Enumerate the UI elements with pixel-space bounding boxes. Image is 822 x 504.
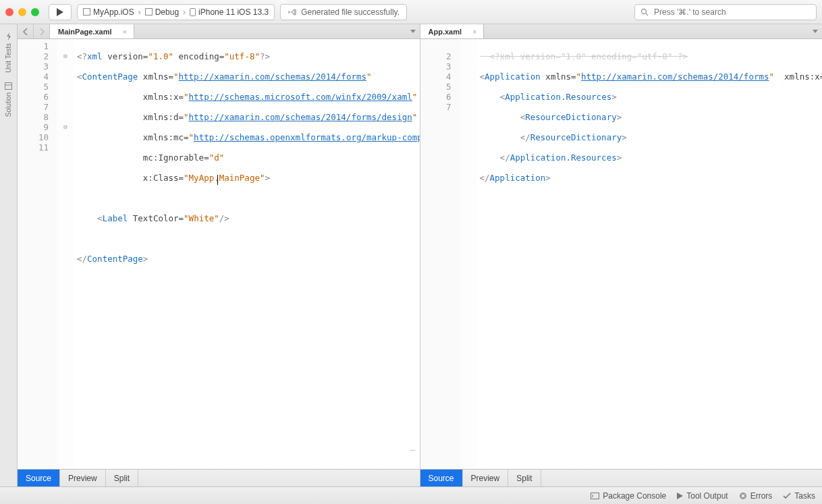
- fold-toggle[interactable]: ⊟: [57, 51, 74, 61]
- line-number-gutter: 2 3 4 5 6 7: [420, 39, 460, 469]
- window-controls: [5, 8, 39, 16]
- breadcrumb-device[interactable]: iPhone 11 iOS 13.3: [190, 7, 269, 17]
- lightning-icon: [5, 32, 12, 40]
- view-tab-preview[interactable]: Preview: [463, 470, 509, 486]
- fold-toggle[interactable]: ⊟: [57, 122, 74, 132]
- build-status: Generated file successfully.: [280, 4, 407, 20]
- global-search[interactable]: [634, 4, 817, 20]
- line-number: 1: [18, 41, 54, 51]
- line-number: 3: [18, 61, 54, 72]
- line-number: 6: [18, 92, 54, 102]
- global-search-input[interactable]: [653, 7, 811, 18]
- titlebar: MyApp.iOS › Debug › iPhone 11 iOS 13.3 G…: [0, 0, 822, 24]
- view-tab-preview[interactable]: Preview: [60, 470, 106, 486]
- project-icon: [83, 8, 90, 16]
- view-tab-source[interactable]: Source: [420, 470, 463, 486]
- breadcrumb-config[interactable]: Debug: [145, 7, 179, 17]
- line-number: 6: [420, 92, 457, 102]
- status-label: Tasks: [794, 491, 815, 501]
- close-window-button[interactable]: [5, 8, 13, 16]
- sidebar-item-label: Unit Tests: [5, 43, 12, 73]
- check-icon: [783, 493, 791, 499]
- vs-logo-icon: [287, 7, 297, 17]
- run-target-breadcrumb[interactable]: MyApp.iOS › Debug › iPhone 11 iOS 13.3: [77, 4, 275, 20]
- breadcrumb-config-label: Debug: [155, 7, 179, 17]
- view-tab-split[interactable]: Split: [508, 470, 541, 486]
- breadcrumb-sep-icon: ›: [138, 7, 141, 17]
- sidebar-item-label: Solution: [5, 92, 12, 117]
- tab-close-icon[interactable]: ×: [472, 28, 476, 36]
- code-content[interactable]: <?xml version="1.0" encoding="utf-8"?> <…: [74, 39, 420, 469]
- build-status-text: Generated file successfully.: [301, 7, 400, 17]
- maximize-window-button[interactable]: [31, 8, 39, 16]
- scroll-stub-icon: —: [410, 445, 418, 449]
- line-number: 9: [18, 122, 54, 132]
- code-area[interactable]: 2 3 4 5 6 7 <?xml version="1.0" encoding…: [420, 39, 823, 469]
- main-body: Unit Tests Solution MainPage.xaml ×: [0, 24, 822, 486]
- code-area[interactable]: 1 2 3 4 5 6 7 8 9 10 11 ⊟: [18, 39, 420, 469]
- tab-title: App.xaml: [429, 28, 462, 36]
- tab-row: MainPage.xaml ×: [18, 24, 420, 39]
- sidebar-item-unit-tests[interactable]: Unit Tests: [5, 28, 12, 77]
- line-number: 11: [18, 142, 54, 152]
- line-number: 2: [18, 51, 54, 61]
- svg-point-3: [642, 9, 647, 13]
- svg-rect-7: [591, 493, 599, 499]
- view-tab-split[interactable]: Split: [106, 470, 138, 486]
- line-number: 7: [18, 102, 54, 112]
- fold-column: [460, 39, 477, 469]
- search-icon: [640, 8, 649, 16]
- line-number: 8: [18, 112, 54, 122]
- console-icon: [591, 493, 599, 499]
- line-number: 2: [420, 51, 457, 61]
- app-window: MyApp.iOS › Debug › iPhone 11 iOS 13.3 G…: [0, 0, 822, 504]
- line-number: 5: [18, 82, 54, 92]
- svg-rect-1: [145, 9, 152, 16]
- status-tasks[interactable]: Tasks: [783, 491, 815, 501]
- breadcrumb-device-label: iPhone 11 iOS 13.3: [198, 7, 269, 17]
- line-number: 3: [420, 61, 457, 72]
- breadcrumb-project-label: MyApp.iOS: [93, 7, 134, 17]
- tab-appxaml[interactable]: App.xaml ×: [420, 24, 485, 38]
- line-number-gutter: 1 2 3 4 5 6 7 8 9 10 11: [18, 39, 57, 469]
- svg-line-4: [646, 13, 648, 16]
- status-errors[interactable]: Errors: [739, 491, 773, 501]
- tab-mainpage[interactable]: MainPage.xaml ×: [50, 24, 134, 38]
- status-label: Package Console: [603, 491, 666, 501]
- status-package-console[interactable]: Package Console: [591, 491, 666, 501]
- nav-forward-button[interactable]: [34, 24, 50, 38]
- tab-dropdown-button[interactable]: [406, 24, 420, 38]
- line-number: 5: [420, 82, 457, 92]
- sidebar-item-solution[interactable]: Solution: [5, 78, 12, 121]
- config-icon: [145, 8, 153, 16]
- status-label: Tool Output: [686, 491, 728, 501]
- status-tool-output[interactable]: Tool Output: [677, 491, 728, 501]
- play-icon: [677, 493, 683, 499]
- line-number: 10: [18, 132, 54, 142]
- left-sidebar: Unit Tests Solution: [0, 24, 18, 486]
- view-mode-tabs: Source Preview Split: [18, 469, 420, 486]
- right-editor: App.xaml × 2 3 4 5 6 7: [420, 24, 823, 486]
- run-button[interactable]: [49, 4, 72, 20]
- svg-rect-5: [5, 82, 12, 89]
- tab-row: App.xaml ×: [420, 24, 823, 39]
- minimize-window-button[interactable]: [18, 8, 26, 16]
- view-tab-source[interactable]: Source: [18, 470, 60, 486]
- solution-icon: [5, 82, 12, 90]
- tab-dropdown-button[interactable]: [809, 24, 822, 38]
- code-content[interactable]: <?xml version="1.0" encoding="utf-8" ?> …: [477, 39, 823, 469]
- editor-split: MainPage.xaml × 1 2 3 4 5 6 7 8: [18, 24, 822, 486]
- breadcrumb-project[interactable]: MyApp.iOS: [83, 7, 134, 17]
- tab-close-icon[interactable]: ×: [122, 28, 126, 36]
- view-mode-tabs: Source Preview Split: [420, 469, 823, 486]
- line-number: 7: [420, 102, 457, 112]
- nav-back-button[interactable]: [18, 24, 34, 38]
- status-label: Errors: [750, 491, 773, 501]
- fold-column: ⊟ ⊟: [57, 39, 74, 469]
- device-icon: [190, 8, 196, 16]
- text-cursor: [217, 175, 218, 185]
- left-editor: MainPage.xaml × 1 2 3 4 5 6 7 8: [18, 24, 420, 486]
- line-number: 4: [18, 72, 54, 82]
- svg-rect-2: [190, 8, 196, 16]
- truncated-line: <?xml version="1.0" encoding="utf-8" ?>: [480, 51, 823, 61]
